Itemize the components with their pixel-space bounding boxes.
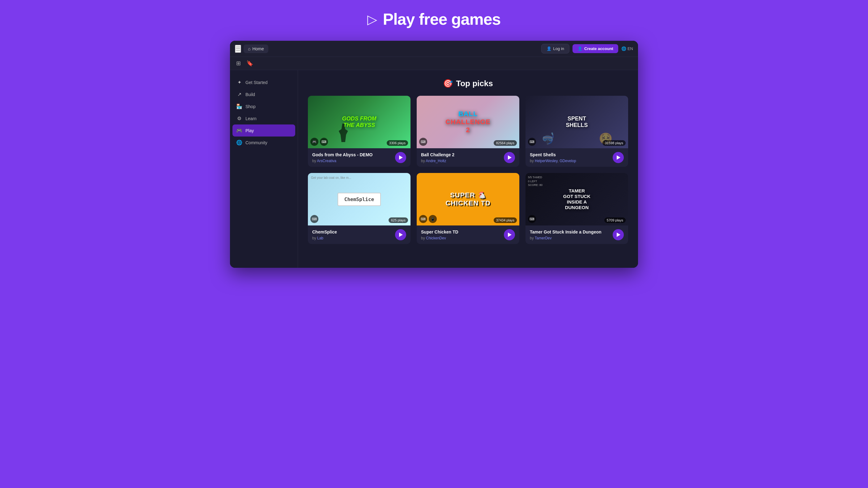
- game-author-gods: by ArsCreativa: [312, 159, 392, 163]
- community-icon: 🌐: [236, 140, 242, 145]
- section-header: 🎯 Top picks: [308, 79, 628, 88]
- author-link-tamer[interactable]: TamerDev: [535, 236, 552, 240]
- hero-title: Play free games: [383, 10, 500, 28]
- game-title-chem: ChemSplice: [312, 229, 392, 235]
- platform-icons-ball: ⌨: [419, 138, 427, 146]
- game-card-chemsplice[interactable]: ChemSplice Get your lab coat on, like m.…: [308, 173, 410, 244]
- sidebar-label-shop: Shop: [245, 104, 256, 109]
- game-info-chicken: Super Chicken TD by ChickenDev: [417, 225, 519, 244]
- get-started-icon: ✦: [236, 79, 242, 85]
- language-button[interactable]: 🌐 EN: [621, 46, 633, 51]
- sidebar-item-play[interactable]: 🎮 Play: [232, 125, 295, 136]
- game-thumb-gods-abyss: GODS FROMTHE ABYSS 🎮 ⌨ 3306 plays: [308, 96, 410, 148]
- author-link-gods[interactable]: ArsCreativa: [317, 159, 336, 163]
- game-text-spent: Spent Shells by HelperWesley, GDevelop: [530, 152, 610, 163]
- play-button-gods[interactable]: [395, 152, 406, 163]
- sidebar-item-get-started[interactable]: ✦ Get Started: [230, 76, 298, 88]
- game-card-ball-challenge[interactable]: BALLCHALLENGE 2 ⌨ 82564 plays Ball Chall…: [417, 96, 519, 167]
- author-link-chem[interactable]: Lab: [317, 236, 323, 240]
- thumb-text-chicken: SUPER 🐔CHICKEN TD: [445, 191, 491, 207]
- thumb-text-gods: GODS FROMTHE ABYSS: [342, 116, 376, 129]
- content-area: 🎯 Top picks GODS FROMTHE ABYSS 🎮: [298, 70, 638, 268]
- plays-badge-tamer: 5709 plays: [604, 218, 626, 223]
- play-triangle-chem: [399, 233, 403, 237]
- play-triangle-spent: [617, 155, 620, 160]
- author-link-ball[interactable]: Andre_Holtz: [426, 159, 446, 163]
- platform-keyboard-chicken: ⌨: [419, 215, 427, 223]
- sidebar-item-community[interactable]: 🌐 Community: [230, 136, 298, 149]
- play-button-ball[interactable]: [504, 152, 515, 163]
- platform-gamepad: 🎮: [310, 138, 318, 146]
- section-title: Top picks: [456, 79, 493, 88]
- create-account-icon: 👤: [578, 46, 582, 51]
- home-icon: ⌂: [248, 46, 250, 51]
- sidebar-item-learn[interactable]: ⚙ Learn: [230, 112, 298, 125]
- app-window: ☰ ⌂ Home 👤 Log in 👤 Create account 🌐 EN …: [230, 41, 638, 268]
- home-label: Home: [252, 46, 264, 51]
- game-thumb-chicken: SUPER 🐔CHICKEN TD ⌨ 📱 37434 plays: [417, 173, 519, 225]
- plays-badge-gods: 3306 plays: [387, 140, 408, 146]
- games-grid-row2: ChemSplice Get your lab coat on, like m.…: [308, 173, 628, 244]
- plays-badge-ball: 82564 plays: [494, 140, 517, 146]
- thumb-text-ball: BALLCHALLENGE 2: [442, 110, 494, 134]
- translate-icon: 🌐: [621, 46, 626, 51]
- game-author-tamer: by TamerDev: [530, 236, 610, 240]
- thumb-text-spent: SPENTSHELLS: [566, 116, 588, 129]
- game-thumb-tamer: TAMERGOT STUCKINSIDE ADUNGEON 5/5 TAMED0…: [526, 173, 628, 225]
- games-grid-row1: GODS FROMTHE ABYSS 🎮 ⌨ 3306 plays Gods f…: [308, 96, 628, 167]
- platform-icons-gods: 🎮 ⌨: [310, 138, 328, 146]
- sidebar: ✦ Get Started ↗ Build 🏪 Shop ⚙ Learn 🎮 P…: [230, 70, 298, 268]
- lang-label: EN: [627, 46, 633, 51]
- play-triangle-gods: [399, 155, 403, 160]
- platform-mobile-chicken: 📱: [429, 215, 437, 223]
- author-link-spent1[interactable]: HelperWesley: [535, 159, 558, 163]
- game-title-tamer: Tamer Got Stuck Inside a Dungeon: [530, 229, 610, 235]
- play-button-chem[interactable]: [395, 229, 406, 240]
- play-button-tamer[interactable]: [613, 229, 624, 240]
- game-info-ball: Ball Challenge 2 by Andre_Holtz: [417, 148, 519, 167]
- play-triangle-chicken: [508, 233, 512, 237]
- platform-keyboard-tamer: ⌨: [528, 215, 536, 223]
- learn-icon: ⚙: [236, 116, 242, 121]
- play-button-spent[interactable]: [613, 152, 624, 163]
- thumb-text-tamer: TAMERGOT STUCKINSIDE ADUNGEON: [563, 188, 590, 210]
- play-triangle-tamer: [617, 233, 620, 237]
- shop-icon: 🏪: [236, 103, 242, 109]
- topbar-right: 👤 Log in 👤 Create account 🌐 EN: [541, 44, 633, 54]
- build-icon: ↗: [236, 91, 242, 97]
- author-link-spent2[interactable]: GDevelop: [559, 159, 576, 163]
- create-account-button[interactable]: 👤 Create account: [572, 44, 618, 53]
- game-card-tamer[interactable]: TAMERGOT STUCKINSIDE ADUNGEON 5/5 TAMED0…: [526, 173, 628, 244]
- grid-view-button[interactable]: ⊞: [235, 59, 242, 68]
- sidebar-label-community: Community: [245, 140, 268, 145]
- home-button[interactable]: ⌂ Home: [244, 44, 268, 53]
- platform-icons-spent: ⌨: [528, 138, 536, 146]
- game-text-gods: Gods from the Abyss - DEMO by ArsCreativ…: [312, 152, 392, 163]
- play-icon: 🎮: [236, 128, 242, 133]
- menu-button[interactable]: ☰: [235, 45, 241, 53]
- platform-keyboard-chem: ⌨: [310, 215, 318, 223]
- second-topbar: ⊞ 🔖: [230, 57, 638, 70]
- game-text-chicken: Super Chicken TD by ChickenDev: [421, 229, 501, 240]
- platform-keyboard-spent: ⌨: [528, 138, 536, 146]
- game-card-gods-abyss[interactable]: GODS FROMTHE ABYSS 🎮 ⌨ 3306 plays Gods f…: [308, 96, 410, 167]
- sidebar-item-build[interactable]: ↗ Build: [230, 88, 298, 100]
- topbar-nav: ☰ ⌂ Home: [235, 44, 268, 53]
- game-author-spent: by HelperWesley, GDevelop: [530, 159, 610, 163]
- sidebar-label-get-started: Get Started: [245, 80, 268, 85]
- game-title-spent: Spent Shells: [530, 152, 610, 158]
- game-card-spent-shells[interactable]: SPENTSHELLS 🤿 😵 ⌨ 31598 plays Spent Shel…: [526, 96, 628, 167]
- game-info-gods: Gods from the Abyss - DEMO by ArsCreativ…: [308, 148, 410, 167]
- login-button[interactable]: 👤 Log in: [541, 44, 569, 54]
- plays-badge-chem: 625 plays: [389, 218, 408, 223]
- thumb-stats-tamer: 5/5 TAMED0 LEFTSCORE: 80: [528, 175, 542, 187]
- bookmark-button[interactable]: 🔖: [245, 59, 254, 68]
- play-button-chicken[interactable]: [504, 229, 515, 240]
- platform-icons-chicken: ⌨ 📱: [419, 215, 437, 223]
- game-title-gods: Gods from the Abyss - DEMO: [312, 152, 392, 158]
- sidebar-item-shop[interactable]: 🏪 Shop: [230, 100, 298, 112]
- game-card-chicken[interactable]: SUPER 🐔CHICKEN TD ⌨ 📱 37434 plays Super …: [417, 173, 519, 244]
- author-link-chicken[interactable]: ChickenDev: [426, 236, 446, 240]
- game-thumb-chem: ChemSplice Get your lab coat on, like m.…: [308, 173, 410, 225]
- plays-badge-spent: 31598 plays: [602, 140, 626, 146]
